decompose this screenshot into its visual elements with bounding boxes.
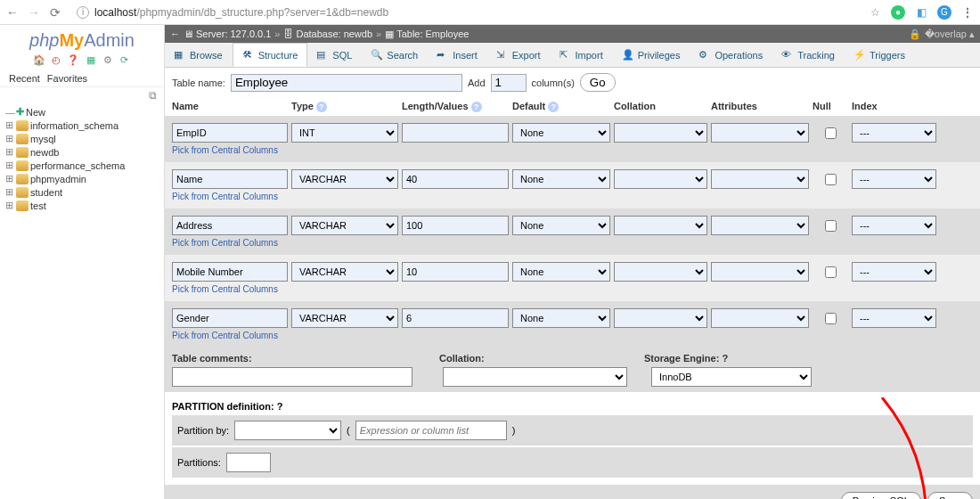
table-comments-input[interactable] [172,367,412,387]
col-default-select[interactable]: None [512,169,610,189]
db-item-test[interactable]: ⊞test [4,199,160,212]
col-collation-select[interactable] [614,216,707,235]
help-icon[interactable]: ? [471,102,482,112]
save-button[interactable]: Save [927,492,973,499]
help-icon[interactable]: ? [277,401,283,412]
expand-icon[interactable]: ⊞ [5,186,14,198]
partition-by-select[interactable] [234,421,341,440]
expand-icon[interactable]: ⊞ [5,160,14,171]
expand-icon[interactable]: ⊞ [5,119,14,131]
nav-back-icon[interactable]: ← [5,5,20,20]
col-collation-select[interactable] [614,123,707,143]
address-bar[interactable]: i localhost/phpmyadmin/db_structure.php?… [69,4,861,20]
col-name-input[interactable] [172,216,288,235]
col-type-select[interactable]: VARCHAR [291,169,398,189]
col-null-checkbox[interactable] [825,174,837,185]
col-type-select[interactable]: VARCHAR [291,262,398,282]
col-length-input[interactable] [402,262,509,282]
nav-toggle-icon[interactable]: ← [170,29,180,39]
bc-table[interactable]: ▦ Table: Employee [385,29,469,40]
pick-central-link[interactable]: Pick from Central Columns [172,143,973,155]
col-index-select[interactable]: --- [852,123,936,143]
tab-browse[interactable]: ▦Browse [165,43,233,67]
extension2-icon[interactable]: ◧ [914,5,928,20]
col-length-input[interactable] [402,308,509,328]
col-null-checkbox[interactable] [825,220,837,232]
col-collation-select[interactable] [614,262,707,282]
col-attributes-select[interactable] [711,308,809,328]
col-index-select[interactable]: --- [852,216,936,235]
col-attributes-select[interactable] [711,169,809,189]
help-icon[interactable]: ? [316,102,327,112]
browser-menu-icon[interactable]: ⋮ [960,5,975,20]
pick-central-link[interactable]: Pick from Central Columns [172,282,973,294]
col-null-checkbox[interactable] [825,266,837,278]
storage-engine-select[interactable]: InnoDB [651,367,812,387]
col-null-checkbox[interactable] [825,127,837,139]
reload-tree-icon[interactable]: ⟳ [118,54,131,67]
partition-expr-input[interactable] [355,421,507,440]
tab-privileges[interactable]: 👤Privileges [613,43,690,67]
col-type-select[interactable]: INT [291,123,398,143]
lock-icon[interactable]: 🔒 [909,29,921,40]
go-button[interactable]: Go [580,73,616,92]
db-item-newdb[interactable]: ⊞newdb [4,145,160,159]
preview-sql-button[interactable]: Preview SQL [841,492,921,499]
col-attributes-select[interactable] [711,216,809,235]
tab-export[interactable]: ⇲Export [487,43,551,67]
table-name-input[interactable] [231,74,462,92]
partitions-input[interactable] [226,453,271,472]
col-collation-select[interactable] [614,169,707,189]
sql-icon[interactable]: ▦ [85,54,97,67]
col-default-select[interactable]: None [512,123,610,143]
tab-search[interactable]: 🔍Search [362,43,428,67]
expand-icon[interactable]: ⊞ [5,133,14,144]
tab-recent[interactable]: Recent [9,73,40,84]
table-collation-select[interactable] [443,367,627,387]
col-null-checkbox[interactable] [825,313,837,324]
col-default-select[interactable]: None [512,308,610,328]
pick-central-link[interactable]: Pick from Central Columns [172,189,973,201]
col-length-input[interactable] [402,169,509,189]
tab-sql[interactable]: ▤SQL [307,43,362,67]
col-collation-select[interactable] [614,308,707,328]
db-item-mysql[interactable]: ⊞mysql [4,132,160,145]
col-default-select[interactable]: None [512,262,610,282]
logo[interactable]: phpMyAdmin [0,25,164,53]
link-icon[interactable]: ⧉ [0,87,164,103]
tab-import[interactable]: ⇱Import [551,43,613,67]
db-item-phpmyadmin[interactable]: ⊞phpmyadmin [4,172,160,185]
db-item-performance_schema[interactable]: ⊞performance_schema [4,159,160,172]
col-default-select[interactable]: None [512,216,610,235]
expand-icon[interactable]: ⊞ [5,200,14,211]
tab-structure[interactable]: 🛠Structure [233,43,308,67]
tab-insert[interactable]: ➦Insert [428,43,487,67]
col-index-select[interactable]: --- [852,308,936,328]
help-icon[interactable]: ? [548,102,559,112]
bc-database[interactable]: 🗄 Database: newdb [283,29,372,39]
bc-server[interactable]: 🖥 Server: 127.0.0.1 [184,29,271,39]
tab-favorites[interactable]: Favorites [47,73,87,84]
tab-tracking[interactable]: 👁Tracking [772,43,845,67]
help-icon[interactable]: ? [722,353,728,364]
profile-icon[interactable]: G [937,5,951,20]
col-length-input[interactable] [402,216,509,235]
add-cols-input[interactable] [491,74,527,92]
collapse-icon[interactable]: �overlap ▴ [925,29,975,40]
pick-central-link[interactable]: Pick from Central Columns [172,235,973,248]
col-type-select[interactable]: VARCHAR [291,216,398,235]
home-icon[interactable]: 🏠 [33,54,45,67]
new-db[interactable]: —✚ New [4,105,160,119]
db-item-student[interactable]: ⊞student [4,185,160,199]
col-attributes-select[interactable] [711,123,809,143]
bookmark-icon[interactable]: ☆ [868,5,882,20]
col-length-input[interactable] [402,123,509,143]
col-name-input[interactable] [172,169,288,189]
expand-icon[interactable]: ⊞ [5,146,14,158]
reload-icon[interactable]: ⟳ [48,5,62,20]
col-name-input[interactable] [172,123,288,143]
expand-icon[interactable]: ⊞ [5,173,14,184]
col-name-input[interactable] [172,308,288,328]
col-index-select[interactable]: --- [852,262,936,282]
col-type-select[interactable]: VARCHAR [291,308,398,328]
